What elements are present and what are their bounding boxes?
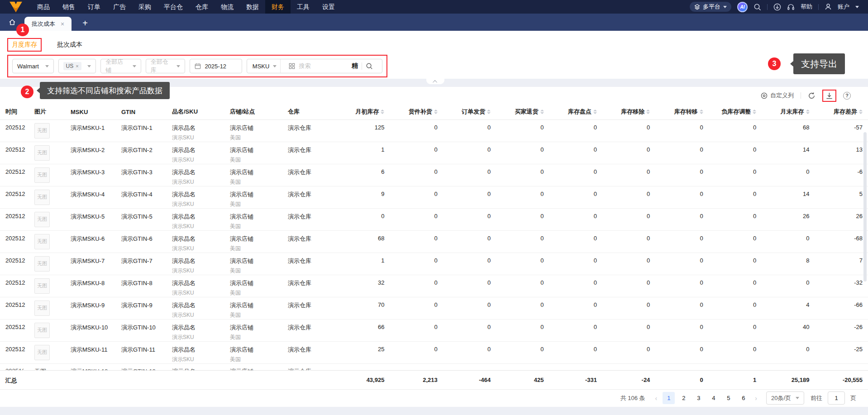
- nav-item-sales[interactable]: 销售: [56, 0, 81, 14]
- column-header-5: 店铺/站点: [224, 104, 282, 119]
- table-row: 202512无图演示MSKU-11演示GTIN-11演示品名演示SKU演示店铺美…: [0, 341, 868, 363]
- nav-item-ads[interactable]: 广告: [107, 0, 132, 14]
- chevron-down-icon: [45, 65, 49, 67]
- search-type-select[interactable]: MSKU: [247, 59, 281, 73]
- annotation-step-3: 3: [768, 57, 781, 70]
- column-header-7[interactable]: 月初库存: [337, 104, 390, 119]
- annotation-tooltip-filter: 支持筛选不同店铺和搜索产品数据: [40, 82, 170, 99]
- search-input[interactable]: 搜索: [299, 62, 310, 70]
- add-tab-button[interactable]: +: [82, 19, 88, 28]
- subtab-monthly-inventory[interactable]: 月度库存: [12, 41, 37, 48]
- table-row: 202512无图演示MSKU-10演示GTIN-10演示品名演示SKU演示店铺美…: [0, 319, 868, 341]
- nav-item-tools[interactable]: 工具: [291, 0, 316, 14]
- table-row: 202512无图演示MSKU-1演示GTIN-1演示品名演示SKU演示店铺美国演…: [0, 119, 868, 142]
- next-page-icon[interactable]: ›: [752, 395, 760, 402]
- nav-item-purchasing[interactable]: 采购: [132, 0, 157, 14]
- divider: [362, 62, 362, 70]
- store-select[interactable]: 全部店铺: [100, 59, 141, 73]
- tab-batch-cost[interactable]: 批次成本 ×: [24, 17, 72, 31]
- site-select[interactable]: US ×: [58, 59, 96, 73]
- chevron-down-icon[interactable]: [855, 6, 859, 8]
- sort-icon[interactable]: [434, 110, 438, 114]
- nav-item-products[interactable]: 商品: [31, 0, 56, 14]
- search-submit-icon[interactable]: [366, 62, 377, 70]
- ai-assistant-button[interactable]: AI: [737, 2, 748, 12]
- sort-icon[interactable]: [646, 110, 650, 114]
- page-button-4[interactable]: 4: [707, 392, 720, 404]
- nav-item-orders[interactable]: 订单: [81, 0, 107, 14]
- page-button-1[interactable]: 1: [663, 392, 675, 404]
- goto-page-input[interactable]: [828, 391, 845, 405]
- no-image-placeholder: 无图: [34, 212, 50, 227]
- exact-search-toggle[interactable]: 精: [352, 62, 358, 70]
- sort-icon[interactable]: [540, 110, 544, 114]
- export-download-icon[interactable]: [825, 92, 833, 100]
- nav-item-finance[interactable]: 财务: [265, 0, 291, 14]
- vertical-scrollbar[interactable]: [863, 132, 867, 281]
- search-icon[interactable]: [754, 3, 761, 11]
- main-nav: 商品 销售 订单 广告 采购 平台仓 仓库 物流 数据 财务 工具 设置: [31, 0, 341, 14]
- customize-columns-button[interactable]: 自定义列: [761, 91, 794, 100]
- column-header-6: 仓库: [282, 104, 337, 119]
- sort-icon[interactable]: [487, 110, 491, 114]
- bottom-margin: [0, 407, 868, 415]
- column-header-13[interactable]: 库存转移: [655, 104, 708, 119]
- filter-panel: 月度库存 批次成本 Walmart US × 全部店铺 全部仓库: [0, 31, 868, 79]
- nav-item-platform-warehouse[interactable]: 平台仓: [157, 0, 189, 14]
- platform-switcher[interactable]: 多平台: [690, 2, 731, 12]
- column-header-12[interactable]: 库存移除: [602, 104, 655, 119]
- table-row-partial: 202512无图演示MSKU-12演示GTIN-12演示品名演示店铺演示仓库: [0, 363, 868, 370]
- remove-tag-icon[interactable]: ×: [76, 63, 78, 69]
- column-header-3: GTIN: [116, 104, 167, 119]
- prev-page-icon[interactable]: ‹: [653, 395, 660, 402]
- column-header-11[interactable]: 库存盘点: [549, 104, 602, 119]
- sort-icon[interactable]: [700, 110, 703, 114]
- collapse-filter-handle[interactable]: [426, 79, 444, 84]
- column-header-0: 时间: [0, 104, 29, 119]
- page-button-6[interactable]: 6: [737, 392, 749, 404]
- sort-icon[interactable]: [859, 110, 863, 114]
- account-person-icon[interactable]: [825, 3, 832, 10]
- pagination-bar: 共 106 条 ‹ 123456 › 20条/页 前往 页: [0, 390, 868, 407]
- account-label[interactable]: 账户: [838, 3, 849, 11]
- table-row: 202512无图演示MSKU-4演示GTIN-4演示品名演示SKU演示店铺美国演…: [0, 186, 868, 208]
- column-header-15[interactable]: 月末库存: [762, 104, 815, 119]
- nav-item-logistics[interactable]: 物流: [215, 0, 240, 14]
- sort-icon[interactable]: [593, 110, 597, 114]
- page-button-2[interactable]: 2: [677, 392, 690, 404]
- top-navbar: 商品 销售 订单 广告 采购 平台仓 仓库 物流 数据 财务 工具 设置 多平台…: [0, 0, 868, 14]
- platform-select[interactable]: Walmart: [12, 59, 54, 73]
- sort-icon[interactable]: [381, 110, 384, 114]
- help-icon[interactable]: ?: [843, 92, 851, 100]
- column-header-8[interactable]: 货件补货: [390, 104, 443, 119]
- nav-item-data[interactable]: 数据: [240, 0, 265, 14]
- nav-item-settings[interactable]: 设置: [316, 0, 341, 14]
- column-header-16[interactable]: 库存差异: [815, 104, 868, 119]
- column-header-9[interactable]: 订单发货: [443, 104, 496, 119]
- help-link[interactable]: 帮助: [801, 3, 812, 11]
- column-header-14[interactable]: 负库存调整: [709, 104, 762, 119]
- nav-item-warehouse[interactable]: 仓库: [189, 0, 215, 14]
- subtab-row: 月度库存 批次成本: [7, 38, 868, 52]
- no-image-placeholder: 无图: [34, 123, 50, 138]
- month-picker[interactable]: 2025-12: [190, 59, 242, 73]
- help-glyph: ?: [843, 92, 851, 100]
- sort-icon[interactable]: [753, 110, 756, 114]
- no-image-placeholder: 无图: [34, 323, 50, 338]
- warehouse-select[interactable]: 全部仓库: [146, 59, 186, 73]
- page-button-5[interactable]: 5: [722, 392, 734, 404]
- month-value: 2025-12: [205, 63, 226, 70]
- support-headset-icon[interactable]: [787, 3, 795, 11]
- table-row: 202512无图演示MSKU-5演示GTIN-5演示品名演示SKU演示店铺美国演…: [0, 208, 868, 230]
- column-header-10[interactable]: 买家退货: [496, 104, 549, 119]
- subtab-batch-cost[interactable]: 批次成本: [57, 41, 82, 49]
- sort-icon[interactable]: [806, 110, 810, 114]
- no-image-placeholder: 无图: [34, 234, 50, 249]
- page-button-3[interactable]: 3: [692, 392, 705, 404]
- download-center-icon[interactable]: [773, 3, 781, 11]
- close-icon[interactable]: ×: [61, 21, 64, 27]
- batch-grid-icon: [289, 63, 295, 69]
- page-size-select[interactable]: 20条/页: [766, 391, 804, 405]
- table-row: 202512无图演示MSKU-2演示GTIN-2演示品名演示SKU演示店铺美国演…: [0, 142, 868, 164]
- refresh-icon[interactable]: [808, 92, 816, 100]
